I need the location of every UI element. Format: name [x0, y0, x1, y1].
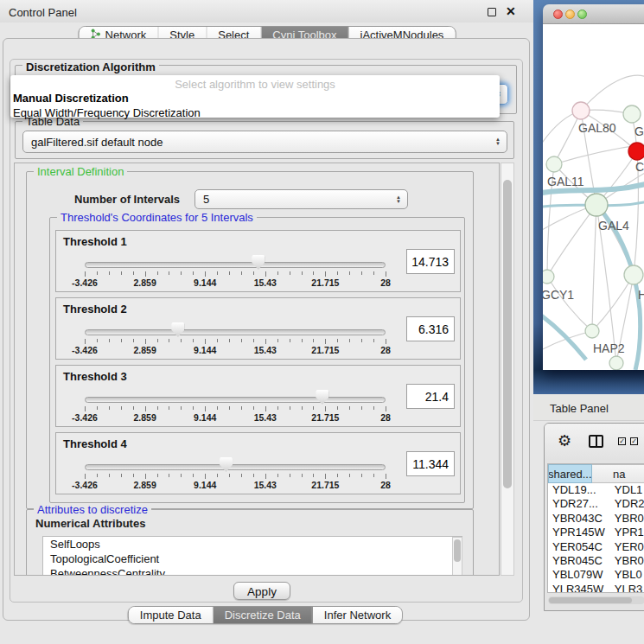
- tick-mark: [361, 339, 362, 342]
- numerical-attributes-list[interactable]: SelfLoopsTopologicalCoefficientBetweenne…: [42, 536, 462, 576]
- table-row[interactable]: YPR145WYPR1: [548, 526, 644, 539]
- tick-label: -3.426: [72, 345, 98, 355]
- tick-mark: [145, 406, 146, 411]
- tick-mark: [157, 406, 158, 410]
- slider-ticks: [85, 339, 386, 345]
- attribute-list-item[interactable]: SelfLoops: [43, 537, 462, 552]
- attribute-list-item[interactable]: BetweennessCentrality: [43, 566, 462, 576]
- attribute-list-item[interactable]: TopologicalCoefficient: [43, 552, 462, 566]
- split-columns-icon[interactable]: [589, 435, 603, 448]
- tick-label: 2.859: [133, 412, 156, 423]
- tick-mark: [85, 271, 86, 277]
- gear-icon[interactable]: ⚙: [558, 431, 571, 450]
- network-node-gal11[interactable]: [546, 156, 562, 172]
- float-window-icon[interactable]: [488, 8, 496, 16]
- mac-zoom-icon[interactable]: [577, 10, 587, 19]
- table-row[interactable]: YBL079WYBL0: [548, 568, 644, 582]
- table-row[interactable]: YBR045CYBR0: [548, 554, 644, 568]
- node-label: GCY1: [543, 288, 574, 302]
- table-hscrollbar[interactable]: [548, 596, 644, 604]
- viewport-scrollbar[interactable]: [501, 163, 514, 576]
- tick-mark: [157, 474, 158, 477]
- bottom-tab-discretize-data[interactable]: Discretize Data: [214, 607, 313, 623]
- network-view-window[interactable]: GAL80GACGAL11GAL4GCY1HHAP2: [543, 4, 644, 370]
- mac-close-icon[interactable]: [553, 10, 563, 19]
- threshold-value-field[interactable]: 14.713: [406, 249, 455, 274]
- viewport-scrollbar-thumb[interactable]: [503, 180, 512, 488]
- thresholds-group-title: Threshold's Coordinates for 5 Intervals: [57, 211, 257, 224]
- tick-mark: [253, 474, 254, 477]
- tick-label: 21.715: [311, 277, 339, 288]
- num-intervals-combobox[interactable]: 5 ▲▼: [194, 189, 408, 209]
- threshold-value-field[interactable]: 21.4: [406, 384, 455, 409]
- tick-label: 2.859: [133, 480, 156, 490]
- tick-mark: [337, 474, 338, 477]
- network-node-gal4[interactable]: [585, 194, 608, 216]
- threshold-value-field[interactable]: 6.316: [406, 316, 455, 341]
- tick-mark: [253, 339, 254, 342]
- tick-label: 15.43: [254, 412, 277, 423]
- tick-mark: [373, 474, 374, 477]
- table-row[interactable]: YBR043CYBR0: [548, 512, 644, 526]
- cell-shared-name: YPR145W: [548, 526, 609, 539]
- bottom-tab-infer-network[interactable]: Infer Network: [313, 607, 402, 623]
- threshold-slider-track[interactable]: [85, 397, 386, 403]
- tick-mark: [361, 406, 362, 410]
- bottom-tab-label: Infer Network: [324, 609, 391, 622]
- combo-stepper-icon: ▲▼: [393, 195, 407, 204]
- tick-mark: [145, 474, 146, 479]
- network-node-c[interactable]: [628, 143, 644, 160]
- tick-label: -3.426: [72, 277, 98, 288]
- cell-name: YBR0: [609, 512, 644, 526]
- checkbox-icon[interactable]: ✓: [630, 437, 638, 445]
- table-hscrollbar-thumb[interactable]: [549, 597, 632, 603]
- control-panel-titlebar: Control Panel ✕: [0, 0, 536, 22]
- tick-mark: [253, 271, 254, 275]
- table-row[interactable]: YDR27...YDR2: [548, 497, 644, 511]
- threshold-slider-track[interactable]: [85, 262, 386, 268]
- table-data-combobox[interactable]: galFiltered.sif default node ▲▼: [22, 131, 507, 153]
- column-header-shared-name[interactable]: shared...: [548, 464, 592, 483]
- algorithm-option-manual[interactable]: Manual Discretization: [10, 91, 500, 105]
- cyni-bottom-tabs: Impute DataDiscretize DataInfer Network: [128, 606, 403, 624]
- algorithm-option-equal-width[interactable]: Equal Width/Frequency Discretization: [10, 105, 500, 120]
- tick-mark: [205, 474, 206, 479]
- column-header-name[interactable]: na: [592, 464, 644, 483]
- mac-minimize-icon[interactable]: [565, 10, 575, 19]
- tick-mark: [325, 474, 326, 479]
- attributes-scrollbar[interactable]: [452, 537, 462, 576]
- tick-mark: [290, 474, 290, 477]
- tick-mark: [265, 406, 266, 411]
- cell-shared-name: YDL19...: [548, 483, 609, 497]
- network-node-gal80[interactable]: [572, 102, 590, 119]
- table-panel-titlebar: Table Panel: [533, 394, 644, 421]
- threshold-slider-track[interactable]: [85, 329, 386, 335]
- network-node[interactable]: [609, 356, 623, 370]
- table-row[interactable]: YLR345WYLR3: [548, 583, 644, 593]
- tick-mark: [157, 339, 158, 342]
- network-window-titlebar[interactable]: [543, 4, 644, 24]
- attributes-scrollbar-thumb[interactable]: [454, 539, 461, 562]
- tick-mark: [302, 339, 303, 342]
- table-row[interactable]: YDL19...YDL1: [548, 483, 644, 497]
- close-icon[interactable]: ✕: [506, 4, 516, 18]
- table-panel-window: ⚙ ✓ ✓ shared... na YDL19...YDL1YDR27...Y…: [544, 423, 644, 611]
- bottom-tab-impute-data[interactable]: Impute Data: [129, 607, 214, 623]
- tick-mark: [241, 474, 242, 477]
- network-canvas[interactable]: GAL80GACGAL11GAL4GCY1HHAP2: [543, 24, 644, 370]
- tick-label: 15.43: [254, 345, 277, 355]
- network-node-h[interactable]: [624, 265, 643, 284]
- tick-mark: [121, 339, 122, 342]
- checkbox-icon[interactable]: ✓: [618, 437, 626, 445]
- network-node-hap2[interactable]: [585, 324, 599, 338]
- num-intervals-label: Number of Intervals: [74, 193, 180, 206]
- network-node-gcy1[interactable]: [543, 270, 554, 284]
- network-node-ga[interactable]: [623, 105, 641, 123]
- apply-button[interactable]: Apply: [233, 582, 290, 600]
- threshold-slider-track[interactable]: [85, 464, 386, 470]
- table-row[interactable]: YER054CYER0: [548, 540, 644, 554]
- tick-mark: [361, 271, 362, 275]
- tick-label: 9.144: [194, 480, 216, 490]
- threshold-value-field[interactable]: 11.344: [406, 451, 455, 476]
- tick-mark: [302, 474, 303, 477]
